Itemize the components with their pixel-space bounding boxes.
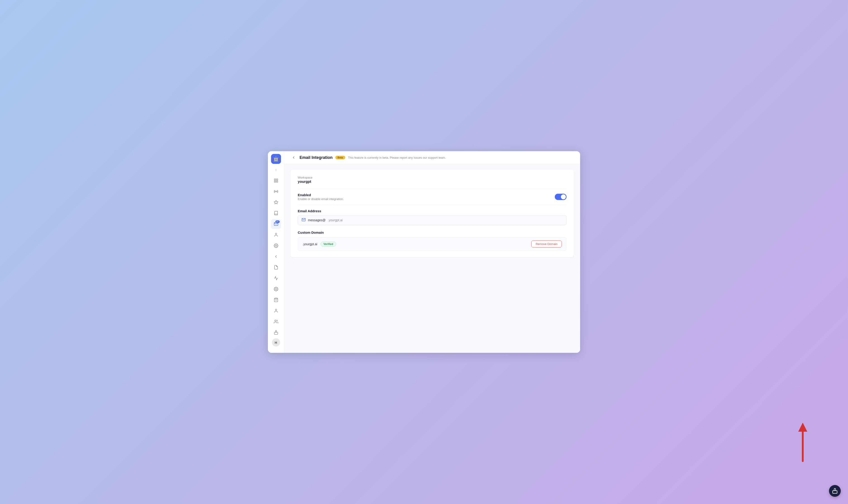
sidebar-item-team[interactable] [271, 317, 281, 327]
svg-rect-3 [274, 181, 276, 182]
sidebar-item-settings2[interactable] [271, 284, 281, 294]
sidebar-item-dashboard[interactable] [271, 176, 281, 185]
page-header: Email Integration Beta This feature is c… [284, 151, 580, 164]
annotation-arrow [794, 422, 812, 463]
main-content: Email Integration Beta This feature is c… [284, 151, 580, 353]
svg-point-5 [275, 233, 277, 235]
email-address-section: Email Address messages@ .yourgpt.ai [298, 209, 567, 225]
enabled-title: Enabled [298, 193, 344, 197]
settings-card: Workspace yourgpt Enabled Enable or disa… [291, 169, 574, 257]
email-envelope-icon [301, 218, 306, 222]
svg-marker-15 [798, 422, 807, 432]
sidebar-item-user[interactable] [271, 306, 281, 316]
sidebar-item-back[interactable] [271, 252, 281, 262]
verified-badge: Verified [321, 241, 336, 247]
svg-point-10 [275, 320, 276, 322]
domain-row: .yourgpt.ai Verified Remove Domain [298, 237, 567, 251]
svg-rect-11 [274, 332, 278, 334]
sidebar-item-explore[interactable] [271, 197, 281, 207]
workspace-section: Workspace yourgpt [298, 176, 567, 184]
domain-info: .yourgpt.ai Verified [302, 241, 336, 247]
enabled-desc: Enable or disable email integration. [298, 197, 344, 201]
domain-name: .yourgpt.ai [302, 242, 317, 246]
user-avatar[interactable]: H [272, 338, 280, 346]
email-suffix: .yourgpt.ai [328, 218, 343, 222]
svg-rect-16 [833, 491, 837, 493]
svg-point-9 [275, 309, 277, 311]
page-title: Email Integration [299, 155, 333, 160]
svg-rect-1 [276, 179, 278, 180]
beta-badge: Beta [335, 156, 345, 159]
sidebar-item-bot[interactable] [271, 327, 281, 338]
email-address-label: Email Address [298, 209, 567, 213]
email-prefix: messages@ [308, 218, 326, 222]
svg-rect-2 [276, 181, 278, 182]
sidebar-item-shop[interactable] [271, 295, 281, 305]
svg-point-7 [275, 289, 276, 290]
sidebar-item-email[interactable]: 9+ [271, 219, 281, 229]
chat-fab-button[interactable] [829, 485, 841, 497]
sidebar-item-analytics[interactable] [271, 273, 281, 283]
custom-domain-title: Custom Domain [298, 231, 567, 234]
svg-point-4 [276, 191, 276, 192]
page-content: Workspace yourgpt Enabled Enable or disa… [284, 164, 580, 353]
workspace-label: Workspace [298, 176, 567, 179]
sidebar-logo[interactable]: 🤖 [271, 154, 281, 164]
enabled-row: Enabled Enable or disable email integrat… [298, 193, 567, 201]
header-subtitle: This feature is currently in beta. Pleas… [348, 156, 446, 159]
sidebar-item-settings[interactable] [271, 241, 281, 251]
workspace-name: yourgpt [298, 180, 567, 184]
email-input-field[interactable]: messages@ .yourgpt.ai [298, 215, 567, 225]
enabled-label-group: Enabled Enable or disable email integrat… [298, 193, 344, 201]
sidebar: 🤖 › 9+ [268, 151, 284, 353]
svg-point-6 [275, 245, 276, 246]
divider-2 [298, 205, 567, 205]
sidebar-item-contacts[interactable] [271, 230, 281, 240]
sidebar-item-radio[interactable] [271, 186, 281, 196]
sidebar-item-book[interactable] [271, 208, 281, 218]
enabled-toggle[interactable] [555, 194, 567, 200]
sidebar-toggle-btn[interactable]: › [273, 166, 279, 173]
remove-domain-button[interactable]: Remove Domain [531, 240, 562, 248]
sidebar-item-document[interactable] [271, 263, 281, 272]
logo-icon: 🤖 [273, 156, 279, 162]
email-badge: 9+ [275, 220, 279, 223]
svg-rect-0 [274, 179, 276, 180]
back-button[interactable] [291, 155, 297, 161]
